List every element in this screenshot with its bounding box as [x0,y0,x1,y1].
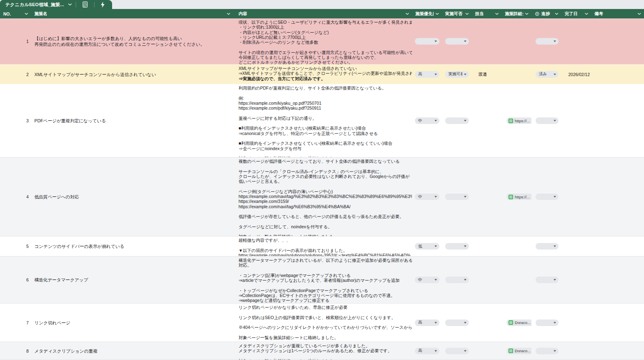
chevron-down-icon[interactable] [68,3,72,6]
content-cell[interactable]: 利用規約のPDFが重複判定になり、サイト全体の低評価要因となっている。 例: h… [233,84,412,157]
completion-date-cell[interactable]: 2026/02/12 [561,65,591,84]
assignee-cell[interactable] [472,84,502,157]
detail-sheet-link[interactable]: https://... [507,117,531,124]
content-cell[interactable]: XMLサイトマップがサーチコンソールから送信されていない ⇒XMLサイトマップを… [233,65,412,84]
feasibility-dropdown[interactable] [445,277,469,283]
column-header-date[interactable]: 完了日 [561,9,591,18]
column-header-detail[interactable]: 施策詳細シ [502,9,531,18]
progress-dropdown[interactable] [536,348,558,354]
chevron-down-icon[interactable] [585,13,588,15]
content-cell[interactable]: 構造化データマークアップはされているが、以下のように修正や追加が必要な箇所がある… [233,256,412,303]
lightning-icon[interactable] [98,2,107,8]
priority-dropdown[interactable]: 中 [415,277,439,283]
column-header-progress[interactable]: 進捗 [531,9,561,18]
chevron-down-icon[interactable] [555,13,558,15]
priority-dropdown[interactable]: 高 [415,320,439,326]
priority-dropdown[interactable] [415,38,439,45]
completion-date-cell[interactable] [561,236,591,256]
sheet-tab[interactable]: テクニカルSEO領域_施策... [0,0,112,9]
priority-dropdown-value: 中 [418,118,422,124]
note-cell[interactable] [591,84,644,157]
content-cell[interactable]: 複数のページが低評価ページとなっており、サイト全体の低評価要因となっている サー… [233,158,412,236]
measure-name-cell[interactable]: 構造化データマークアップ [31,256,233,303]
completion-date-cell[interactable] [561,18,591,64]
column-header-name[interactable]: 施策名 [31,9,233,18]
assignee-cell[interactable] [472,236,502,256]
content-cell[interactable]: 現状、以下のようにSEO・ユーザビリティに重大な影響を与えるエラーが多く発見され… [233,18,412,64]
content-cell[interactable]: メタディスクリプションが重複しているページが多くありました。 メタディスクリプシ… [233,342,412,360]
detail-sheet-cell [502,256,531,303]
chevron-down-icon[interactable] [25,13,28,15]
column-header-note[interactable]: 備考 [591,9,644,18]
note-cell[interactable] [591,256,644,303]
note-cell[interactable] [591,18,644,64]
measure-name-cell[interactable]: PDFページが重複判定になっている [31,84,233,157]
feasibility-dropdown[interactable] [445,117,469,124]
column-header-assignee[interactable]: 担当 [472,9,502,18]
column-header-priority[interactable]: 施策優先度 [412,9,442,18]
assignee-cell[interactable] [472,342,502,360]
chevron-down-icon[interactable] [435,13,439,15]
progress-dropdown[interactable] [536,277,558,283]
note-cell[interactable] [591,342,644,360]
priority-dropdown[interactable]: 中 [415,194,439,200]
progress-dropdown[interactable] [536,320,558,326]
assignee-cell[interactable] [472,158,502,236]
column-header-no[interactable]: NO. [0,9,31,18]
detail-sheet-link[interactable]: https://... [507,194,531,200]
chevron-down-icon[interactable] [227,13,230,15]
measure-name-cell[interactable]: 低品質ページへの対応 [31,158,233,236]
note-cell[interactable] [591,65,644,84]
feasibility-dropdown[interactable] [445,243,469,250]
chevron-down-icon[interactable] [465,13,469,15]
priority-dropdown[interactable]: 高 [415,348,439,354]
completion-date-cell[interactable] [561,256,591,303]
calculator-icon[interactable] [80,1,90,8]
progress-dropdown[interactable] [536,194,558,200]
note-cell[interactable] [591,158,644,236]
measure-name-cell[interactable]: XMLサイトマップがサーチコンソールから送信されていない [31,65,233,84]
chevron-down-icon[interactable] [495,13,499,15]
note-cell[interactable] [591,236,644,256]
progress-dropdown[interactable] [536,243,558,250]
completion-date-cell[interactable] [561,158,591,236]
assignee-cell[interactable] [472,256,502,303]
feasibility-dropdown[interactable] [445,348,469,354]
progress-dropdown[interactable]: 済み [536,71,558,78]
measure-name-cell[interactable]: メタディスクリプションの重複 [31,342,233,360]
dropdown-arrow-icon [464,40,466,42]
feasibility-dropdown[interactable] [445,194,469,200]
chevron-down-icon[interactable] [405,13,409,15]
detail-sheet-link[interactable]: Doraco... [507,320,531,326]
progress-dropdown[interactable] [536,38,558,45]
measure-name-cell[interactable]: 【はじめに】影響の大きいエラーが多数あり、人的なものの可能性も高い 再発防止のた… [31,18,233,64]
completion-date-cell[interactable] [561,84,591,157]
feasibility-cell [442,304,472,342]
priority-dropdown[interactable]: 中 [415,117,439,124]
measure-name-cell[interactable]: リンク切れページ [31,304,233,342]
feasibility-dropdown[interactable] [445,320,469,326]
table-row: 3PDFページが重複判定になっている利用規約のPDFが重複判定になり、サイト全体… [0,84,644,158]
column-header-label: 備考 [594,11,636,17]
feasibility-dropdown[interactable] [445,38,469,45]
priority-dropdown[interactable]: 高 [415,71,439,78]
progress-dropdown[interactable] [536,117,558,124]
column-header-content[interactable]: 内容 [233,9,412,18]
completion-date-cell[interactable] [561,342,591,360]
assignee-cell[interactable]: 渡邉 [472,65,502,84]
content-cell[interactable]: 超軽微な内容ですが、、、 ▼以下の箇所のサイドバーの表示が崩れておりました。 h… [233,236,412,256]
priority-dropdown-value: 中 [418,194,422,200]
chevron-down-icon[interactable] [637,13,641,15]
assignee-cell[interactable] [472,304,502,342]
assignee-cell[interactable] [472,18,502,64]
priority-dropdown[interactable]: 低 [415,243,439,250]
measure-name-cell[interactable]: コンテンツのサイドバーの表示が崩れている [31,236,233,256]
note-cell[interactable] [591,304,644,342]
chevron-down-icon[interactable] [525,13,529,15]
detail-sheet-link-label: https://... [515,119,530,123]
detail-sheet-link[interactable]: Doraco... [507,348,531,354]
feasibility-dropdown[interactable]: 実施可能 [445,71,469,78]
completion-date-cell[interactable] [561,304,591,342]
content-cell[interactable]: リンク切れページがかなり多いため、早急に修正が必要 リンク切れはSEO上の低評価… [233,304,412,342]
column-header-feasibility[interactable]: 実施可否 [442,9,472,18]
